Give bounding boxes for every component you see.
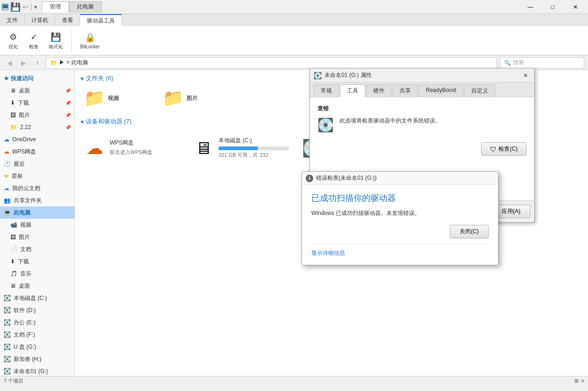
check-error-row: 💽 此选项将检查驱动器中的文件系统错误。 xyxy=(317,116,527,133)
properties-tab-share[interactable]: 共享 xyxy=(392,84,418,97)
properties-tab-custom[interactable]: 自定义 xyxy=(464,84,495,97)
result-title-text: 错误检查(未命名01 (G:)) xyxy=(316,174,377,182)
shield-icon: 🛡 xyxy=(490,146,497,153)
properties-title-text: 未命名01 (G:) 属性 xyxy=(324,71,521,79)
result-close-button[interactable]: 关闭(C) xyxy=(450,225,489,238)
result-success-title: 已成功扫描你的驱动器 xyxy=(311,192,489,204)
properties-tab-readyboost[interactable]: ReadyBoost xyxy=(419,84,463,97)
properties-tab-tools[interactable]: 工具 xyxy=(340,84,365,97)
result-detail-link[interactable]: 显示详细信息 xyxy=(311,244,489,257)
result-dialog: ℹ 错误检查(未命名01 (G:)) 已成功扫描你的驱动器 Windows 已成… xyxy=(302,171,498,265)
properties-tabs: 常规 工具 硬件 共享 ReadyBoost 自定义 xyxy=(310,83,534,97)
result-title-icon: ℹ xyxy=(306,175,313,182)
properties-title-icon: 💽 xyxy=(314,72,322,79)
result-desc: Windows 已成功扫描驱动器。未发现错误。 xyxy=(311,209,489,217)
check-error-disk-icon: 💽 xyxy=(317,117,334,133)
result-content: 已成功扫描你的驱动器 Windows 已成功扫描驱动器。未发现错误。 关闭(C)… xyxy=(302,185,498,265)
properties-tab-general[interactable]: 常规 xyxy=(314,84,339,97)
check-btn-label: 检查(C) xyxy=(498,145,518,153)
check-button[interactable]: 🛡 检查(C) xyxy=(481,142,527,156)
properties-title-bar: 💽 未命名01 (G:) 属性 ✕ xyxy=(310,69,534,83)
properties-tab-hardware[interactable]: 硬件 xyxy=(366,84,392,97)
result-title-bar: ℹ 错误检查(未命名01 (G:)) xyxy=(302,172,498,185)
check-error-title: 查错 xyxy=(317,105,527,113)
properties-close-button[interactable]: ✕ xyxy=(521,71,530,80)
dialog-overlay: 💽 未命名01 (G:) 属性 ✕ 常规 工具 硬件 共享 ReadyBoost… xyxy=(0,0,588,391)
check-error-desc: 此选项将检查驱动器中的文件系统错误。 xyxy=(339,116,527,125)
